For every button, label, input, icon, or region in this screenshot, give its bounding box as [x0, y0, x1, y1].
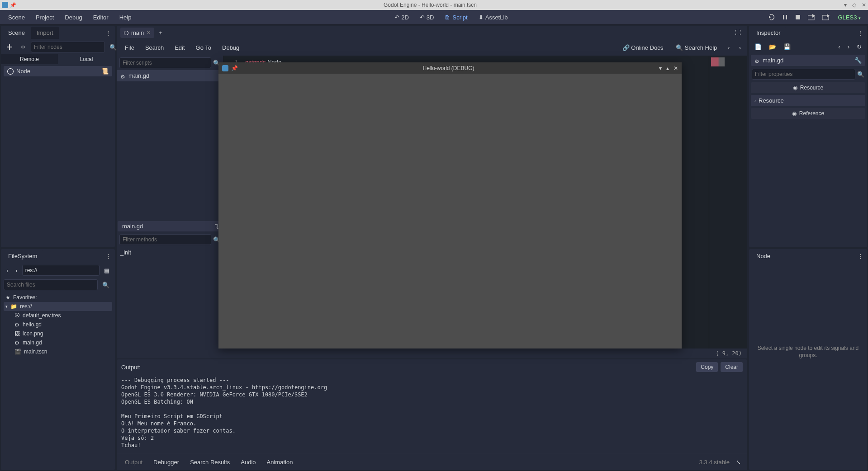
inspector-current-resource[interactable]: main.gd 🔧 — [751, 55, 865, 66]
menu-project[interactable]: Project — [31, 11, 58, 24]
script-indicator-icon[interactable]: 📜 — [101, 68, 109, 75]
copy-button[interactable]: Copy — [696, 362, 718, 372]
fs-file[interactable]: 🖼icon.png — [4, 329, 112, 338]
workspace-3d[interactable]: ↶3D — [415, 11, 439, 24]
maximize-icon[interactable]: ▴ — [666, 65, 669, 71]
folder-icon: 📁 — [10, 303, 17, 310]
inspector-resource-section[interactable]: › Resource — [751, 95, 865, 106]
close-tab-icon[interactable]: ✕ — [147, 30, 151, 36]
search-help-button[interactable]: 🔍 Search Help — [671, 42, 721, 54]
fs-file[interactable]: 🎬main.tscn — [4, 347, 112, 356]
script-menu-search[interactable]: Search — [141, 42, 168, 54]
filter-properties-input[interactable] — [752, 69, 855, 80]
bottom-tab-search[interactable]: Search Results — [185, 456, 234, 468]
fs-favorites[interactable]: ★Favorites: — [4, 293, 112, 302]
cursor-position: ( 9, 20) — [117, 349, 747, 358]
minimize-icon[interactable]: ▾ — [844, 2, 847, 8]
fs-forward-icon[interactable]: › — [13, 265, 20, 276]
close-icon[interactable]: ✕ — [862, 2, 866, 8]
instance-scene-button[interactable] — [17, 42, 29, 52]
pin-icon[interactable]: 📌 — [231, 65, 238, 71]
script-menu-debug[interactable]: Debug — [218, 42, 244, 54]
gear-icon — [754, 58, 760, 63]
fs-path-input[interactable] — [22, 265, 100, 276]
fs-file[interactable]: main.gd — [4, 338, 112, 347]
output-text[interactable]: --- Debugging process started --- Godot … — [117, 375, 747, 454]
menu-scene[interactable]: Scene — [4, 11, 29, 24]
tool-icon[interactable]: 🔧 — [854, 57, 862, 64]
history-icon[interactable]: ↻ — [854, 42, 864, 52]
local-tab[interactable]: Local — [58, 54, 115, 64]
method-list-item[interactable]: _init — [117, 247, 223, 258]
inspector-category-resource[interactable]: ◉Resource — [751, 82, 865, 93]
debug-game-window[interactable]: 📌 Hello-world (DEBUG) ▾ ▴ ✕ — [218, 62, 682, 349]
script-list-item[interactable]: main.gd — [117, 70, 223, 81]
new-resource-icon[interactable]: 📄 — [752, 42, 764, 52]
play-project-button[interactable] — [766, 12, 778, 22]
minimap[interactable] — [709, 56, 747, 349]
online-docs-button[interactable]: 🔗 Online Docs — [618, 42, 668, 54]
inspector-dock-menu-icon[interactable]: ⋮ — [856, 28, 865, 38]
menu-help[interactable]: Help — [115, 11, 136, 24]
tab-inspector[interactable]: Inspector — [751, 27, 786, 39]
bottom-tab-output[interactable]: Output — [120, 456, 147, 468]
filter-methods-input[interactable] — [119, 234, 211, 245]
history-forward-icon[interactable]: › — [845, 42, 852, 52]
prev-script-icon[interactable]: ‹ — [725, 42, 732, 53]
menu-debug[interactable]: Debug — [60, 11, 86, 24]
bottom-tab-audio[interactable]: Audio — [236, 456, 260, 468]
next-script-icon[interactable]: › — [736, 42, 744, 53]
fs-search-input[interactable] — [4, 279, 98, 290]
script-menu-edit[interactable]: Edit — [170, 42, 189, 54]
add-node-button[interactable] — [4, 42, 15, 52]
fs-file[interactable]: hello.gd — [4, 320, 112, 329]
reference-icon: ◉ — [792, 110, 797, 117]
fs-file[interactable]: ⦿default_env.tres — [4, 311, 112, 320]
doc-search-icon: 🔍 — [676, 44, 683, 51]
close-icon[interactable]: ✕ — [674, 65, 678, 71]
scene-root-node[interactable]: Node 📜 — [4, 66, 112, 76]
script-menu-goto[interactable]: Go To — [191, 42, 216, 54]
play-custom-button[interactable] — [820, 12, 832, 22]
workspace-assetlib[interactable]: ⬇AssetLib — [474, 11, 512, 24]
save-resource-icon[interactable]: 💾 — [781, 42, 793, 52]
fs-back-icon[interactable]: ‹ — [4, 265, 11, 276]
workspace-2d[interactable]: ↶2D — [390, 11, 413, 24]
renderer-select[interactable]: GLES3 ▾ — [834, 12, 864, 23]
clear-button[interactable]: Clear — [721, 362, 743, 372]
fs-split-icon[interactable]: ▤ — [101, 265, 112, 276]
tab-node[interactable]: Node — [751, 250, 776, 262]
version-label: 3.3.4.stable — [699, 459, 730, 466]
collapse-bottom-icon[interactable]: ⤡ — [733, 457, 744, 467]
load-resource-icon[interactable]: 📂 — [766, 42, 779, 52]
tab-scene[interactable]: Scene — [3, 27, 30, 39]
play-scene-button[interactable] — [805, 12, 818, 22]
inspector-category-reference[interactable]: ◉Reference — [751, 108, 865, 119]
node-icon — [7, 68, 14, 75]
workspace-script[interactable]: 🗎Script — [440, 11, 472, 24]
menu-editor[interactable]: Editor — [89, 11, 113, 24]
tab-filesystem[interactable]: FileSystem — [3, 250, 43, 262]
node-label: Node — [16, 68, 30, 75]
pin-icon[interactable]: 📌 — [10, 2, 16, 8]
remote-tab[interactable]: Remote — [1, 54, 58, 64]
distraction-free-icon[interactable]: ⛶ — [732, 28, 744, 38]
add-tab-button[interactable]: + — [156, 28, 165, 38]
scene-dock-menu-icon[interactable]: ⋮ — [104, 28, 113, 38]
fs-root[interactable]: ▾📁res:// — [4, 302, 112, 311]
stop-button[interactable] — [792, 13, 803, 22]
history-back-icon[interactable]: ‹ — [835, 42, 843, 52]
script-menu-file[interactable]: File — [120, 42, 139, 54]
tab-import[interactable]: Import — [31, 27, 59, 39]
filesystem-dock-menu-icon[interactable]: ⋮ — [104, 251, 113, 261]
minimize-icon[interactable]: ▾ — [659, 65, 662, 71]
filter-nodes-input[interactable] — [31, 42, 105, 52]
maximize-icon[interactable]: ◇ — [852, 2, 856, 8]
bottom-tab-debugger[interactable]: Debugger — [149, 456, 184, 468]
node-dock-menu-icon[interactable]: ⋮ — [856, 251, 865, 261]
bottom-tab-animation[interactable]: Animation — [262, 456, 298, 468]
filter-scripts-input[interactable] — [119, 57, 211, 68]
script-icon: 🗎 — [445, 14, 451, 21]
pause-button[interactable] — [780, 13, 791, 22]
scene-tab[interactable]: main ✕ — [120, 28, 154, 38]
